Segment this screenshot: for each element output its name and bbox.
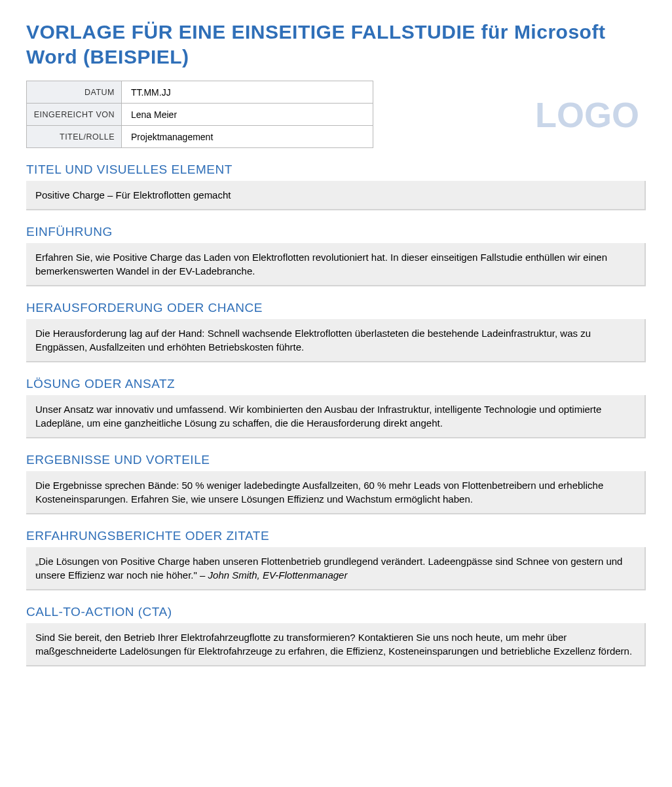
section-body: Positive Charge – Für Elektroflotten gem… bbox=[26, 181, 646, 210]
meta-table: DATUM TT.MM.JJ EINGEREICHT VON Lena Meie… bbox=[26, 81, 373, 148]
section-body: Erfahren Sie, wie Positive Charge das La… bbox=[26, 243, 646, 286]
section-body: Die Ergebnisse sprechen Bände: 50 % weni… bbox=[26, 471, 646, 514]
section-cta: CALL-TO-ACTION (CTA) Sind Sie bereit, de… bbox=[26, 605, 646, 666]
table-row: EINGEREICHT VON Lena Meier bbox=[27, 104, 373, 126]
section-solution: LÖSUNG ODER ANSATZ Unser Ansatz war inno… bbox=[26, 377, 646, 438]
section-body: Unser Ansatz war innovativ und umfassend… bbox=[26, 395, 646, 438]
section-results: ERGEBNISSE UND VORTEILE Die Ergebnisse s… bbox=[26, 453, 646, 514]
section-heading: EINFÜHRUNG bbox=[26, 225, 646, 239]
section-body: Die Herausforderung lag auf der Hand: Sc… bbox=[26, 319, 646, 362]
meta-label-titel: TITEL/ROLLE bbox=[27, 126, 122, 148]
table-row: DATUM TT.MM.JJ bbox=[27, 81, 373, 104]
section-body: „Die Lösungen von Positive Charge haben … bbox=[26, 547, 646, 590]
table-row: TITEL/ROLLE Projektmanagement bbox=[27, 126, 373, 148]
logo-placeholder: LOGO bbox=[535, 94, 646, 135]
page-title: VORLAGE FÜR EINE EINSEITIGE FALLSTUDIE f… bbox=[26, 20, 646, 69]
header-row: DATUM TT.MM.JJ EINGEREICHT VON Lena Meie… bbox=[26, 81, 646, 148]
section-heading: HERAUSFORDERUNG ODER CHANCE bbox=[26, 301, 646, 315]
section-heading: TITEL UND VISUELLES ELEMENT bbox=[26, 163, 646, 177]
meta-label-datum: DATUM bbox=[27, 81, 122, 104]
quote-attribution: John Smith, EV-Flottenmanager bbox=[208, 569, 348, 581]
section-challenge: HERAUSFORDERUNG ODER CHANCE Die Herausfo… bbox=[26, 301, 646, 362]
section-quotes: ERFAHRUNGSBERICHTE ODER ZITATE „Die Lösu… bbox=[26, 529, 646, 590]
section-heading: LÖSUNG ODER ANSATZ bbox=[26, 377, 646, 391]
section-heading: ERFAHRUNGSBERICHTE ODER ZITATE bbox=[26, 529, 646, 543]
section-body: Sind Sie bereit, den Betrieb Ihrer Elekt… bbox=[26, 623, 646, 666]
meta-label-eingereicht: EINGEREICHT VON bbox=[27, 104, 122, 126]
section-heading: CALL-TO-ACTION (CTA) bbox=[26, 605, 646, 619]
section-title-visual: TITEL UND VISUELLES ELEMENT Positive Cha… bbox=[26, 163, 646, 210]
meta-value-titel: Projektmanagement bbox=[122, 126, 373, 148]
meta-value-eingereicht: Lena Meier bbox=[122, 104, 373, 126]
section-heading: ERGEBNISSE UND VORTEILE bbox=[26, 453, 646, 467]
meta-value-datum: TT.MM.JJ bbox=[122, 81, 373, 104]
section-intro: EINFÜHRUNG Erfahren Sie, wie Positive Ch… bbox=[26, 225, 646, 286]
